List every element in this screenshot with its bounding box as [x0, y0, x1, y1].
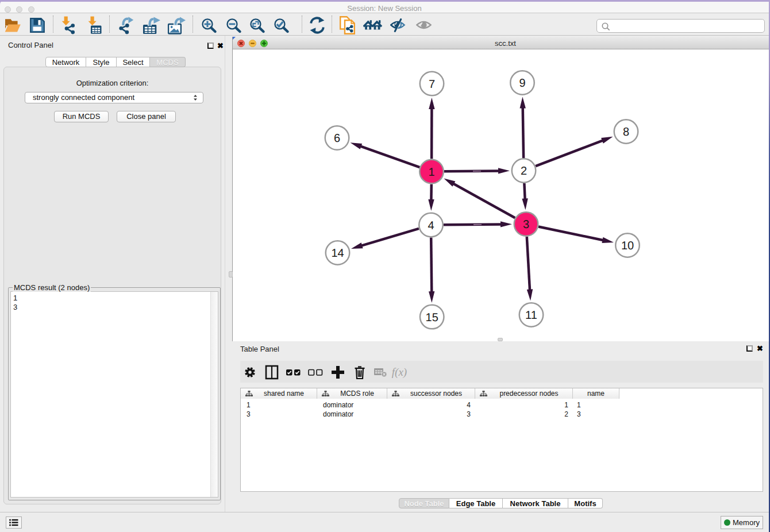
svg-text:11: 11 — [525, 309, 537, 322]
svg-text:4: 4 — [428, 219, 434, 232]
svg-text:7: 7 — [429, 78, 435, 91]
svg-text:6: 6 — [334, 132, 340, 145]
svg-text:14: 14 — [331, 247, 344, 260]
svg-text:15: 15 — [426, 311, 438, 324]
svg-text:10: 10 — [621, 240, 634, 252]
svg-text:f(x): f(x) — [392, 366, 407, 379]
svg-text:1: 1 — [428, 166, 434, 179]
svg-text:3: 3 — [523, 218, 529, 231]
svg-text:9: 9 — [519, 77, 525, 90]
svg-text:8: 8 — [623, 126, 629, 138]
svg-text:2: 2 — [521, 165, 527, 178]
